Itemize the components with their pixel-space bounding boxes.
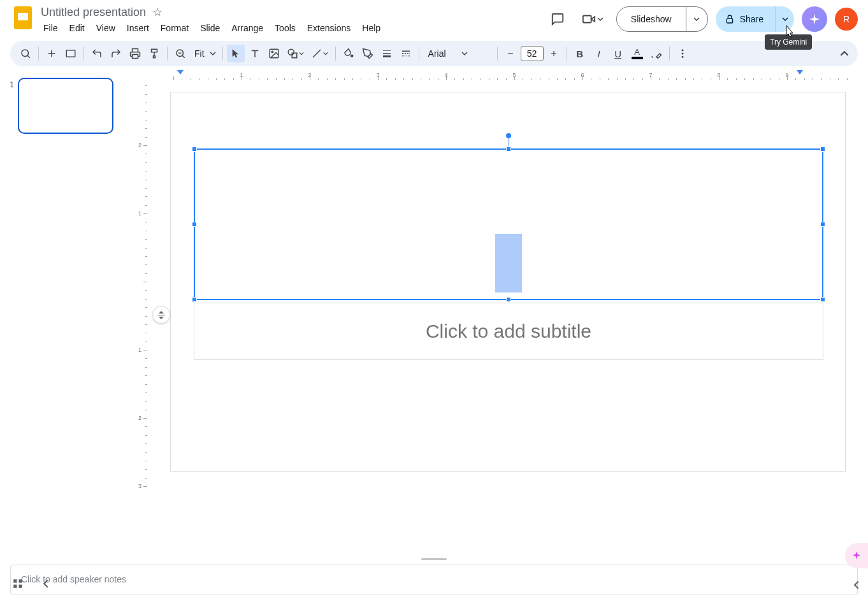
border-weight-icon[interactable] <box>378 45 396 62</box>
svg-line-14 <box>182 55 184 57</box>
collapse-filmstrip-icon[interactable] <box>36 574 56 594</box>
resize-handle-bl[interactable] <box>192 297 197 302</box>
star-icon[interactable]: ☆ <box>152 5 163 19</box>
resize-handle-tr[interactable] <box>820 147 825 152</box>
share-button[interactable]: Share <box>716 6 775 32</box>
font-family-select[interactable]: Arial <box>423 48 493 59</box>
slide-canvas[interactable]: Click to add subtitle <box>170 92 846 472</box>
slide-thumbnail[interactable] <box>18 78 113 134</box>
resize-handle-ml[interactable] <box>192 222 197 227</box>
insert-image-icon[interactable] <box>265 45 283 62</box>
print-icon[interactable] <box>126 45 144 62</box>
gemini-tooltip: Try Gemini <box>765 34 812 50</box>
bottom-bar <box>0 568 868 599</box>
resize-handle-tl[interactable] <box>192 147 197 152</box>
menu-format[interactable]: Format <box>156 20 194 36</box>
insert-line-icon[interactable] <box>308 45 331 62</box>
paint-format-icon[interactable] <box>145 45 163 62</box>
svg-point-20 <box>288 49 294 55</box>
document-title[interactable]: Untitled presentation <box>41 6 146 19</box>
menu-view[interactable]: View <box>91 20 120 36</box>
menu-slide[interactable]: Slide <box>195 20 225 36</box>
svg-line-22 <box>313 50 321 57</box>
toolbar: Fit Arial 52 B I U A <box>10 41 858 66</box>
search-menus-icon[interactable] <box>17 45 34 62</box>
svg-rect-39 <box>19 585 22 588</box>
rotation-handle[interactable] <box>506 133 511 138</box>
slideshow-dropdown[interactable] <box>686 6 708 32</box>
fit-vertical-icon[interactable] <box>152 306 170 324</box>
meet-icon[interactable] <box>578 6 609 32</box>
italic-icon[interactable]: I <box>590 45 608 62</box>
indent-marker-left[interactable] <box>177 70 184 75</box>
svg-rect-10 <box>66 50 75 57</box>
slide-index: 1 <box>5 78 14 89</box>
gemini-button[interactable] <box>802 6 827 32</box>
grid-view-icon[interactable] <box>8 574 28 594</box>
svg-point-35 <box>681 56 683 58</box>
comments-icon[interactable] <box>545 6 570 32</box>
sparkle-icon <box>808 13 821 25</box>
menu-bar: File Edit View Insert Format Slide Arran… <box>38 19 386 36</box>
slideshow-button[interactable]: Slideshow <box>616 6 686 32</box>
fill-color-icon[interactable] <box>340 45 358 62</box>
menu-tools[interactable]: Tools <box>270 20 301 36</box>
app-header: Untitled presentation ☆ File Edit View I… <box>0 0 868 41</box>
new-slide-icon[interactable] <box>43 45 61 62</box>
svg-line-7 <box>27 55 29 57</box>
font-size-input[interactable]: 52 <box>521 46 544 61</box>
text-color-icon[interactable]: A <box>628 45 646 62</box>
resize-handle-mr[interactable] <box>820 222 825 227</box>
side-panel-toggle-icon[interactable] <box>848 576 865 594</box>
highlight-color-icon[interactable] <box>647 45 665 62</box>
svg-point-34 <box>681 53 683 55</box>
menu-insert[interactable]: Insert <box>122 20 154 36</box>
font-size-decrease[interactable] <box>502 45 519 62</box>
more-options-icon[interactable] <box>674 45 691 62</box>
redo-icon[interactable] <box>107 45 125 62</box>
svg-rect-21 <box>292 53 297 58</box>
svg-point-23 <box>351 55 352 57</box>
undo-icon[interactable] <box>88 45 106 62</box>
canvas-viewport[interactable]: Click to add subtitle <box>148 80 868 557</box>
collapse-toolbar-icon[interactable] <box>840 49 849 58</box>
notes-resize-handle[interactable] <box>0 557 868 565</box>
border-color-icon[interactable] <box>359 45 377 62</box>
bold-icon[interactable]: B <box>571 45 589 62</box>
menu-edit[interactable]: Edit <box>64 20 90 36</box>
zoom-select[interactable]: Fit <box>191 48 219 59</box>
svg-rect-11 <box>133 55 138 59</box>
app-logo[interactable] <box>10 5 36 31</box>
menu-extensions[interactable]: Extensions <box>302 20 356 36</box>
menu-arrange[interactable]: Arrange <box>226 20 268 36</box>
svg-point-6 <box>22 50 29 57</box>
menu-help[interactable]: Help <box>357 20 386 36</box>
text-box-icon[interactable] <box>246 45 264 62</box>
svg-rect-36 <box>13 579 17 582</box>
layout-menu-icon[interactable] <box>62 45 80 62</box>
title-text-box[interactable] <box>194 148 823 300</box>
horizontal-ruler[interactable]: 123456789 <box>148 70 868 80</box>
menu-file[interactable]: File <box>38 20 63 36</box>
resize-handle-bm[interactable] <box>506 297 511 302</box>
svg-rect-5 <box>727 18 732 23</box>
svg-rect-37 <box>19 579 22 582</box>
select-tool-icon[interactable] <box>227 45 245 62</box>
border-dash-icon[interactable] <box>397 45 415 62</box>
share-dropdown[interactable] <box>775 6 794 32</box>
font-size-increase[interactable] <box>545 45 563 62</box>
svg-rect-3 <box>583 16 591 23</box>
svg-rect-2 <box>18 13 28 15</box>
resize-handle-tm[interactable] <box>506 147 511 152</box>
subtitle-text-box[interactable]: Click to add subtitle <box>194 303 823 360</box>
zoom-out-icon[interactable] <box>171 45 189 62</box>
underline-icon[interactable]: U <box>609 45 627 62</box>
account-avatar[interactable]: R <box>835 8 858 31</box>
insert-shape-icon[interactable] <box>284 45 307 62</box>
filmstrip: 1 <box>0 70 133 557</box>
indent-marker-right[interactable] <box>797 70 803 75</box>
svg-point-19 <box>271 51 273 52</box>
explore-tab-icon[interactable] <box>845 543 868 568</box>
resize-handle-br[interactable] <box>820 297 825 302</box>
vertical-ruler[interactable]: 21123 <box>133 80 148 557</box>
